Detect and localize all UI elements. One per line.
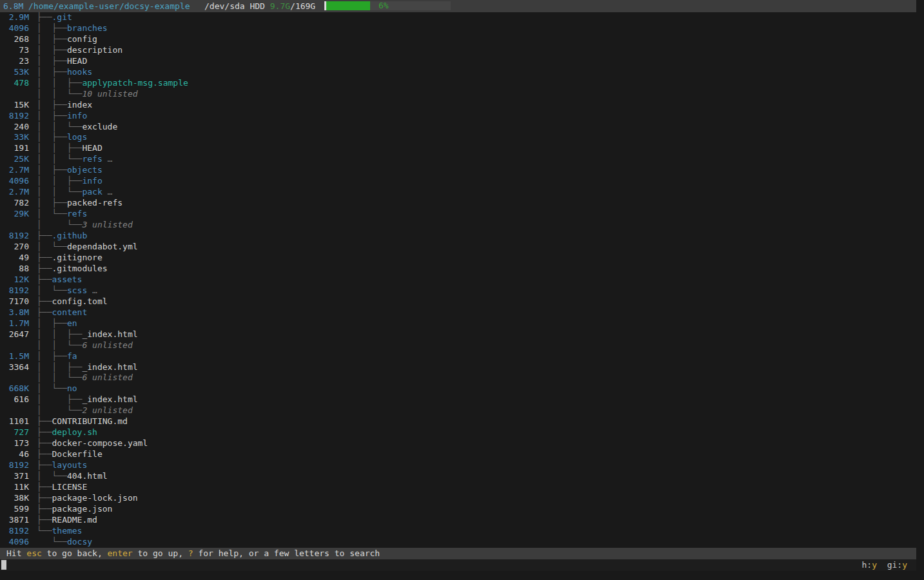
entry-name: 404.html (67, 471, 108, 482)
root-path: /home/example-user/docsy-example (28, 1, 190, 12)
flag-hidden-value: y (872, 560, 877, 570)
tree-row[interactable]: 12K├──assets (0, 275, 916, 285)
tree-branch-lines: ├── (37, 264, 52, 275)
hint-text: Hit (6, 548, 26, 558)
entry-size (0, 405, 29, 416)
tree-row[interactable]: 240│ │ └──exclude (0, 122, 916, 133)
tree-row[interactable]: 3871├──README.md (0, 515, 916, 526)
tree-row[interactable]: 3364│ │ ├──_index.html (0, 362, 916, 373)
tree-row[interactable]: 599├──package.json (0, 504, 916, 515)
tree-row[interactable]: 270│ └──dependabot.yml (0, 242, 916, 253)
entry-size: 4096 (0, 537, 29, 548)
entry-name: _index.html (82, 329, 137, 340)
tree-branch-lines: │ ├── (37, 67, 67, 78)
entry-name: HEAD (67, 56, 87, 67)
tree-branch-lines: │ ├── (37, 351, 67, 362)
tree-branch-lines: │ │ └── (37, 187, 82, 198)
tree-row[interactable]: 478│ │ ├──applypatch-msg.sample (0, 78, 916, 89)
tree-row[interactable]: 4096│ ├──branches (0, 23, 916, 34)
tree-row[interactable]: 49├──.gitignore (0, 253, 916, 264)
hint-text: to go up, (133, 548, 188, 558)
tree-branch-lines: │ │ ├── (37, 329, 82, 340)
entry-name: docker-compose.yaml (52, 438, 148, 449)
entry-name: package.json (52, 504, 112, 515)
entry-name: HEAD (82, 143, 102, 154)
tree-row[interactable]: 25K│ │ └──refs … (0, 154, 916, 165)
tree-row[interactable]: 782│ ├──packed-refs (0, 198, 916, 209)
key-hint: esc (26, 548, 41, 558)
entry-size: 12K (0, 275, 29, 285)
entry-name: config.toml (52, 296, 107, 307)
tree-row[interactable]: 4096 └──docsy (0, 537, 916, 548)
tree-row[interactable]: 727├──deploy.sh (0, 427, 916, 438)
tree-branch-lines: │ ├── (37, 318, 67, 329)
entry-size: 3.8M (0, 307, 29, 318)
entry-size: 25K (0, 154, 29, 165)
tree-row[interactable]: 8192└──themes (0, 526, 916, 537)
entry-size: 2.9M (0, 12, 29, 23)
tree-row[interactable]: 53K│ ├──hooks (0, 67, 916, 78)
unlisted-count: 2 unlisted (82, 405, 132, 416)
tree-row[interactable]: 7170├──config.toml (0, 296, 916, 307)
tree-row[interactable]: │ └──2 unlisted (0, 405, 916, 416)
tree-branch-lines: │ │ └── (37, 154, 82, 165)
tree-branch-lines: │ └── (37, 471, 67, 482)
disk-used: 9.7G (270, 1, 290, 11)
tree-row[interactable]: 2.7M│ ├──objects (0, 165, 916, 176)
tree-branch-lines: │ │ └── (37, 122, 82, 133)
tree-row[interactable]: 11K├──LICENSE (0, 482, 916, 493)
tree-row[interactable]: 268│ ├──config (0, 34, 916, 45)
entry-size: 268 (0, 34, 29, 45)
tree-row[interactable]: 46├──Dockerfile (0, 449, 916, 460)
tree-row[interactable]: 38K├──package-lock.json (0, 493, 916, 504)
tree-row[interactable]: 1.7M│ ├──en (0, 318, 916, 329)
entry-name: hooks (67, 67, 92, 78)
tree-row[interactable]: 73│ ├──description (0, 45, 916, 56)
tree-branch-lines: └── (37, 537, 67, 548)
entry-size: 23 (0, 56, 29, 67)
unlisted-count: 3 unlisted (82, 220, 132, 231)
entry-name: _index.html (82, 394, 137, 405)
tree-branch-lines: │ ├── (37, 45, 67, 56)
entry-size (0, 89, 29, 100)
tree-row[interactable]: 33K│ ├──logs (0, 132, 916, 143)
tree-row[interactable]: │ └──3 unlisted (0, 220, 916, 231)
tree-row[interactable]: 3.8M├──content (0, 307, 916, 318)
tree-row[interactable]: 15K│ ├──index (0, 100, 916, 111)
tree-row[interactable]: 616│ ├──_index.html (0, 394, 916, 405)
tree-row[interactable]: 23│ ├──HEAD (0, 56, 916, 67)
tree-row[interactable]: │ │ └──10 unlisted (0, 89, 916, 100)
entry-size: 782 (0, 198, 29, 209)
tree-row[interactable]: 2647│ │ ├──_index.html (0, 329, 916, 340)
tree-row[interactable]: 88├──.gitmodules (0, 264, 916, 275)
tree-row[interactable]: 2.9M├──.git (0, 12, 916, 23)
tree-row[interactable]: │ │ └──6 unlisted (0, 340, 916, 351)
status-hint-bar: Hit esc to go back, enter to go up, ? fo… (0, 548, 916, 559)
tree-row[interactable]: │ │ └──6 unlisted (0, 372, 916, 383)
entry-name: themes (52, 526, 82, 537)
entry-name: dependabot.yml (67, 242, 138, 253)
tree-row[interactable]: 173├──docker-compose.yaml (0, 438, 916, 449)
tree-row[interactable]: 191│ │ ├──HEAD (0, 143, 916, 154)
tree-branch-lines: │ │ ├── (37, 176, 82, 187)
root-selection-bar[interactable]: 6.8M /home/example-user/docsy-example /d… (0, 0, 916, 12)
tree-branch-lines: │ └── (37, 242, 67, 253)
tree-row[interactable]: 1.5M│ ├──fa (0, 351, 916, 362)
tree-row[interactable]: 8192│ ├──info (0, 111, 916, 122)
tree-branch-lines: │ │ └── (37, 89, 82, 100)
tree-row[interactable]: 29K│ └──refs (0, 209, 916, 220)
tree-row[interactable]: 2.7M│ │ └──pack … (0, 187, 916, 198)
entry-size (0, 220, 29, 231)
tree-row[interactable]: 8192├──.github (0, 231, 916, 242)
tree-row[interactable]: 668K│ └──no (0, 383, 916, 394)
entry-name: LICENSE (52, 482, 87, 493)
tree-row[interactable]: 8192├──layouts (0, 460, 916, 471)
tree-row[interactable]: 8192│ └──scss … (0, 285, 916, 296)
tree-row[interactable]: 1101├──CONTRIBUTING.md (0, 416, 916, 427)
tree-row[interactable]: 371│ └──404.html (0, 471, 916, 482)
entry-name: config (67, 34, 97, 45)
search-input[interactable]: h:y gi:y (0, 559, 916, 571)
tree-row[interactable]: 4096│ │ ├──info (0, 176, 916, 187)
entry-size: 7170 (0, 296, 29, 307)
entry-size: 191 (0, 143, 29, 154)
